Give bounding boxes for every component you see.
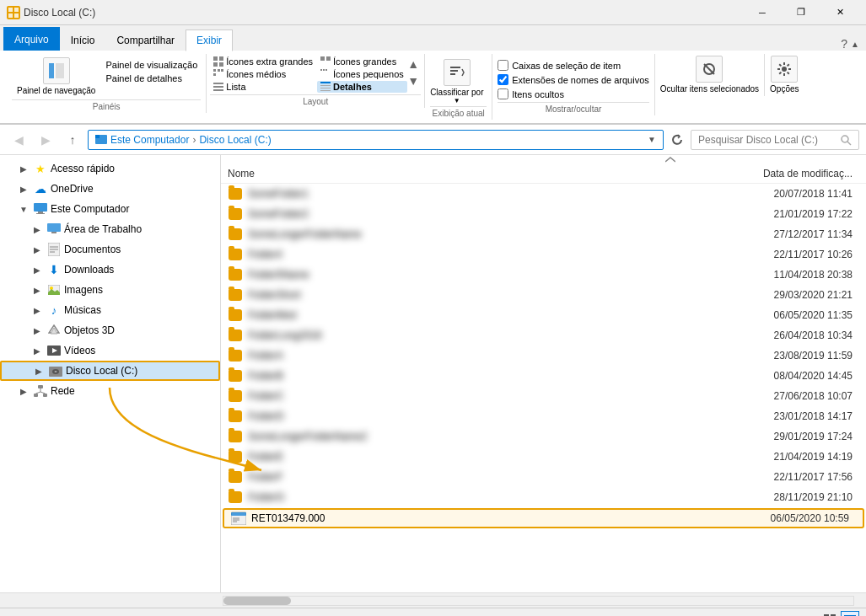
layout-lista[interactable]: Lista	[210, 81, 316, 93]
layout-scroll-down[interactable]: ▼	[407, 74, 419, 88]
sidebar-label-rede: Rede	[51, 385, 217, 397]
checkbox-caixas-selecao[interactable]: Caixas de seleção de item	[498, 59, 649, 72]
file-date: 11/04/2018 20:38	[733, 269, 859, 281]
svg-rect-4	[49, 63, 54, 78]
sidebar-item-musicas[interactable]: ▶ ♪ Músicas	[0, 300, 220, 320]
tab-arquivo[interactable]: Arquivo	[3, 27, 60, 51]
file-row[interactable]: FolderB 08/04/2020 14:45	[221, 366, 866, 386]
sidebar-item-imagens[interactable]: ▶ Imagens	[0, 280, 220, 300]
address-dropdown[interactable]: ▼	[648, 135, 656, 144]
file-row[interactable]: Folder4 22/11/2017 10:26	[221, 244, 866, 265]
tab-exibir[interactable]: Exibir	[186, 29, 233, 51]
col-name-header[interactable]: Nome	[228, 168, 733, 179]
file-name: FolderF	[248, 471, 733, 483]
svg-rect-17	[323, 69, 325, 71]
layout-detalhes[interactable]: Detalhes	[317, 81, 407, 93]
folder-icon	[228, 287, 243, 303]
crumb-disco-local[interactable]: Disco Local (C:)	[199, 134, 271, 146]
close-button[interactable]: ✕	[820, 0, 859, 25]
help-icon[interactable]: ?	[841, 37, 847, 51]
view-btn-large-icons[interactable]	[820, 611, 839, 617]
file-date: 23/01/2018 14:17	[733, 410, 859, 422]
horizontal-scrollbar[interactable]	[223, 596, 854, 606]
opcoes-btn[interactable]: Opções	[770, 56, 799, 94]
up-button[interactable]: ↑	[61, 128, 84, 152]
folder-icon	[228, 206, 243, 222]
file-row[interactable]: SomeFolder1 20/07/2018 11:41	[221, 184, 866, 204]
maximize-button[interactable]: ❐	[782, 0, 820, 25]
file-name: SomeFolder2	[248, 208, 733, 220]
svg-rect-13	[218, 69, 220, 72]
title-bar-left: Disco Local (C:)	[7, 6, 743, 19]
ocultar-label: Ocultar itens selecionados	[660, 84, 759, 94]
file-row[interactable]: FolderC 27/06/2018 10:07	[221, 386, 866, 406]
sidebar-item-acesso-rapido[interactable]: ▶ ★ Acesso rápido	[0, 158, 220, 179]
file-date: 21/01/2019 17:22	[733, 208, 859, 220]
painel-visualizacao-btn[interactable]: Painel de visualização	[102, 59, 201, 71]
file-row-selected[interactable]: RET013479.000 06/05/2020 10:59	[223, 508, 864, 528]
svg-rect-19	[213, 83, 223, 84]
painel-navegacao-btn[interactable]: Painel de navegação	[12, 56, 100, 98]
scrollbar-thumb[interactable]	[223, 597, 291, 605]
search-box[interactable]	[691, 130, 859, 150]
col-date-header[interactable]: Data de modificaç...	[733, 168, 859, 179]
sidebar-item-videos[interactable]: ▶ Vídeos	[0, 340, 220, 361]
file-row[interactable]: FolderLong2018 26/04/2018 10:34	[221, 325, 866, 345]
layout-medios[interactable]: Ícones médios	[210, 68, 316, 80]
group-layout-label: Layout	[210, 94, 421, 106]
svg-rect-18	[325, 69, 327, 71]
sidebar-item-rede[interactable]: ▶ Rede	[0, 381, 220, 401]
ribbon-tabs: Arquivo Início Compartilhar Exibir ? ▲	[0, 25, 866, 51]
refresh-button[interactable]	[667, 130, 687, 150]
sidebar-item-este-computador[interactable]: ▼ Este Computador	[0, 199, 220, 219]
ocultar-btn[interactable]: Ocultar itens selecionados	[660, 56, 759, 94]
classificar-btn[interactable]: Classificar por ▼	[430, 59, 483, 104]
address-path[interactable]: Este Computador › Disco Local (C:) ▼	[88, 130, 664, 150]
layout-grandes[interactable]: Ícones grandes	[317, 56, 407, 67]
forward-button[interactable]: ▶	[34, 128, 57, 152]
layout-pequenos[interactable]: Ícones pequenos	[317, 68, 407, 80]
search-input[interactable]	[698, 134, 836, 146]
downloads-icon: ⬇	[47, 263, 61, 276]
file-row[interactable]: FolderD 23/01/2018 14:17	[221, 406, 866, 426]
file-row[interactable]: FolderShort 29/03/2020 21:21	[221, 285, 866, 305]
layout-extra-grandes[interactable]: Ícones extra grandes	[210, 56, 316, 67]
file-row[interactable]: Folder5Name 11/04/2018 20:38	[221, 265, 866, 285]
file-row[interactable]: FolderA 23/08/2019 11:59	[221, 345, 866, 366]
expand-ribbon-icon[interactable]: ▲	[851, 40, 859, 49]
crumb-este-computador[interactable]: Este Computador	[110, 134, 189, 146]
sidebar-item-documentos[interactable]: ▶ Documentos	[0, 239, 220, 260]
sidebar-item-downloads[interactable]: ▶ ⬇ Downloads	[0, 260, 220, 280]
file-row[interactable]: SomeLongerFolderName 27/12/2017 11:34	[221, 224, 866, 244]
expand-icon: ▶	[32, 364, 46, 378]
layout-scroll-up[interactable]: ▲	[407, 57, 419, 71]
checkbox-itens-ocultos[interactable]: Itens ocultos	[498, 88, 649, 100]
file-row[interactable]: FolderE 21/04/2019 14:19	[221, 447, 866, 467]
sidebar-item-onedrive[interactable]: ▶ ☁ OneDrive	[0, 179, 220, 199]
sidebar-item-area-trabalho[interactable]: ▶ Área de Trabalho	[0, 219, 220, 239]
svg-rect-23	[320, 85, 331, 86]
file-row[interactable]: SomeLongerFolderName2 29/01/2019 17:24	[221, 426, 866, 447]
svg-rect-56	[43, 394, 47, 397]
file-row[interactable]: SomeFolder2 21/01/2019 17:22	[221, 204, 866, 224]
group-paineis: Painel de navegação Painel de visualizaç…	[7, 54, 207, 113]
sidebar-item-disco-local[interactable]: ▶ Disco Local (C:)	[0, 361, 220, 381]
file-row[interactable]: FolderMed 06/05/2020 11:35	[221, 305, 866, 325]
minimize-button[interactable]: ─	[743, 0, 782, 25]
exibicao-content: Classificar por ▼	[430, 56, 487, 104]
file-date: 20/07/2018 11:41	[733, 188, 859, 200]
back-button[interactable]: ◀	[7, 128, 30, 152]
painel-detalhes-btn[interactable]: Painel de detalhes	[102, 72, 201, 84]
folder-icon	[228, 490, 243, 505]
view-btn-details[interactable]	[841, 611, 859, 617]
tab-inicio[interactable]: Início	[60, 29, 106, 51]
file-date: 27/06/2018 10:07	[733, 390, 859, 402]
checkbox-extensoes[interactable]: Extensões de nomes de arquivos	[498, 73, 649, 86]
svg-rect-21	[213, 89, 223, 91]
file-row[interactable]: FolderF 22/11/2017 17:56	[221, 467, 866, 487]
sidebar-item-objetos-3d[interactable]: ▶ Objetos 3D	[0, 320, 220, 340]
sort-indicator	[221, 155, 866, 163]
svg-point-31	[782, 67, 787, 72]
tab-compartilhar[interactable]: Compartilhar	[105, 29, 186, 51]
file-row[interactable]: FolderG 28/11/2019 21:10	[221, 487, 866, 507]
